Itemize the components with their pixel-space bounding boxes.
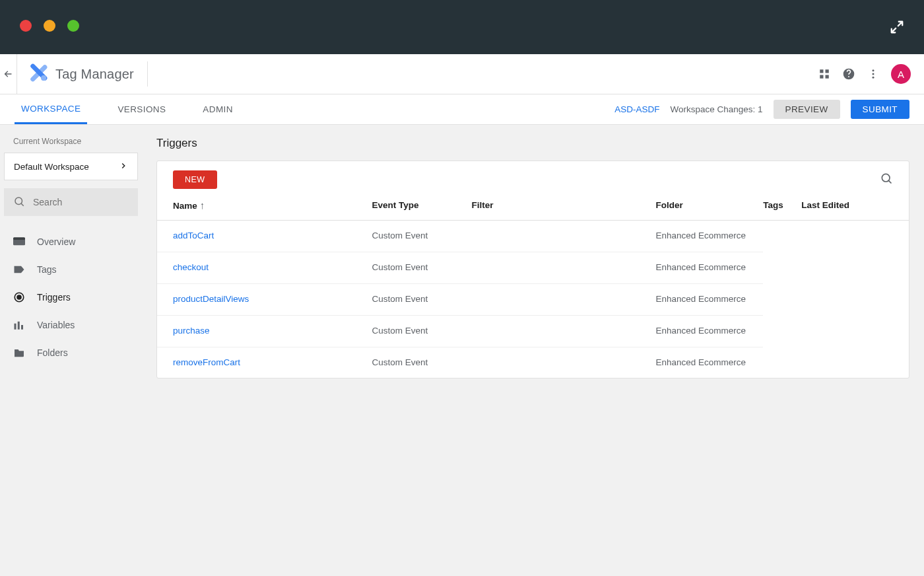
nav-label: Variables (37, 320, 75, 330)
event-type-cell: Custom Event (372, 252, 471, 283)
tab-bar: WORKSPACE VERSIONS ADMIN ASD-ASDF Worksp… (0, 94, 924, 125)
nav-label: Overview (37, 236, 75, 247)
preview-button[interactable]: PREVIEW (774, 100, 840, 119)
trigger-name-cell[interactable]: removeFromCart (157, 347, 372, 378)
trigger-name-cell[interactable]: purchase (157, 315, 372, 347)
svg-point-16 (882, 174, 890, 182)
sidebar-item-triggers[interactable]: Triggers (4, 283, 138, 311)
help-icon[interactable] (842, 67, 855, 81)
tab-versions[interactable]: VERSIONS (111, 94, 172, 124)
search-icon (13, 196, 25, 209)
window-titlebar (0, 0, 924, 54)
svg-rect-3 (820, 69, 823, 73)
folder-cell: Enhanced Ecommerce (655, 315, 763, 347)
container-id-link[interactable]: ASD-ASDF (614, 104, 659, 114)
apps-icon[interactable] (818, 68, 830, 80)
trigger-name-cell[interactable]: checkout (157, 252, 372, 283)
filter-cell (472, 347, 656, 378)
app-title: Tag Manager (55, 67, 134, 82)
nav-label: Triggers (37, 292, 71, 303)
search-placeholder: Search (33, 197, 62, 207)
tag-icon (13, 264, 25, 275)
sidebar-search[interactable]: Search (4, 188, 138, 216)
svg-point-8 (873, 69, 874, 71)
triggers-table: Name↑ Event Type Filter Folder Tags Last… (157, 193, 909, 378)
workspace-name: Default Workspace (14, 162, 89, 172)
overview-icon (13, 236, 25, 248)
svg-point-11 (15, 198, 22, 205)
event-type-cell: Custom Event (372, 315, 471, 347)
filter-cell (472, 315, 656, 347)
sidebar: Current Workspace Default Workspace Sear… (0, 125, 142, 576)
event-type-cell: Custom Event (372, 283, 471, 315)
sidebar-item-overview[interactable]: Overview (4, 228, 138, 256)
table-row[interactable]: addToCartCustom EventEnhanced Ecommerce (157, 221, 909, 252)
folder-cell: Enhanced Ecommerce (655, 252, 763, 283)
main-area: Current Workspace Default Workspace Sear… (0, 125, 924, 576)
window-minimize-button[interactable] (44, 20, 55, 32)
trigger-icon (13, 291, 25, 303)
sidebar-item-folders[interactable]: Folders (4, 339, 138, 367)
sort-asc-icon: ↑ (200, 199, 205, 211)
sidebar-item-variables[interactable]: Variables (4, 311, 138, 339)
last-edited-cell (801, 221, 909, 378)
tags-cell (763, 221, 801, 378)
window-traffic-lights (20, 20, 79, 32)
folder-cell: Enhanced Ecommerce (655, 283, 763, 315)
chevron-right-icon (119, 161, 128, 172)
folder-cell: Enhanced Ecommerce (655, 221, 763, 252)
panel-search-icon[interactable] (880, 172, 893, 188)
trigger-name-cell[interactable]: addToCart (157, 221, 372, 252)
new-button[interactable]: NEW (173, 170, 217, 189)
col-header-folder[interactable]: Folder (655, 193, 763, 221)
svg-rect-4 (826, 69, 829, 73)
svg-rect-13 (13, 237, 25, 240)
folder-cell: Enhanced Ecommerce (655, 347, 763, 378)
svg-point-15 (17, 295, 21, 299)
window-maximize-button[interactable] (67, 20, 79, 32)
header-actions: A (818, 64, 911, 84)
col-name-label: Name (173, 201, 197, 211)
folder-icon (13, 347, 25, 359)
col-header-last-edited[interactable]: Last Edited (801, 193, 909, 221)
submit-button[interactable]: SUBMIT (851, 100, 909, 119)
svg-point-2 (41, 75, 46, 81)
trigger-name-cell[interactable]: productDetailViews (157, 283, 372, 315)
back-button[interactable] (0, 54, 17, 94)
col-header-name[interactable]: Name↑ (157, 193, 372, 221)
tab-workspace[interactable]: WORKSPACE (15, 94, 87, 124)
tab-admin[interactable]: ADMIN (196, 94, 240, 124)
filter-cell (472, 252, 656, 283)
sidebar-item-tags[interactable]: Tags (4, 256, 138, 283)
workspace-selector[interactable]: Default Workspace (4, 153, 138, 180)
svg-point-9 (873, 73, 874, 75)
col-header-filter[interactable]: Filter (472, 193, 656, 221)
window-close-button[interactable] (20, 20, 32, 32)
content-area: Triggers NEW Name↑ Event Type Filter Fol… (142, 125, 924, 576)
variables-icon (13, 319, 25, 331)
workspace-changes-label: Workspace Changes: 1 (670, 104, 762, 114)
event-type-cell: Custom Event (372, 221, 471, 252)
event-type-cell: Custom Event (372, 347, 471, 378)
svg-rect-6 (826, 75, 829, 79)
triggers-panel: NEW Name↑ Event Type Filter Folder Tags (156, 161, 909, 378)
app-header: Tag Manager A (0, 54, 924, 94)
fullscreen-icon[interactable] (890, 20, 904, 37)
more-vert-icon[interactable] (867, 68, 879, 80)
col-header-tags[interactable]: Tags (763, 193, 801, 221)
col-header-event-type[interactable]: Event Type (372, 193, 471, 221)
nav-label: Folders (37, 347, 68, 358)
app-logo-section: Tag Manager (29, 61, 148, 86)
svg-point-10 (873, 77, 874, 79)
page-title: Triggers (156, 137, 909, 150)
tag-manager-logo-icon (29, 63, 48, 85)
user-avatar[interactable]: A (891, 64, 911, 84)
filter-cell (472, 221, 656, 252)
svg-rect-5 (820, 75, 823, 79)
filter-cell (472, 283, 656, 315)
nav-label: Tags (37, 264, 57, 275)
sidebar-workspace-heading: Current Workspace (13, 137, 138, 146)
